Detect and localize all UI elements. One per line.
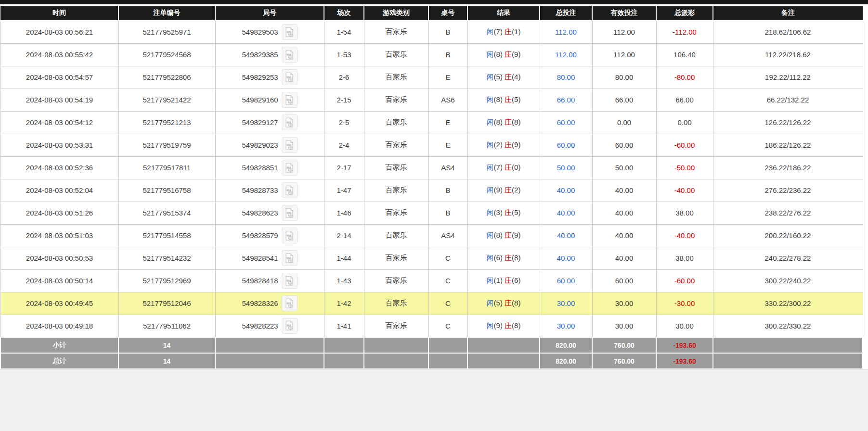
result-player-label: 闲 bbox=[487, 231, 494, 239]
result-player-score: (7) bbox=[494, 27, 503, 36]
round-number-text: 549828223 bbox=[242, 322, 278, 330]
cell-time: 2024-08-03 00:51:26 bbox=[0, 202, 118, 224]
footer-empty bbox=[428, 353, 467, 369]
cell-session: 2-6 bbox=[324, 66, 364, 89]
cell-valid-bet: 30.00 bbox=[592, 315, 656, 337]
cell-round-number: 549828223 bbox=[215, 315, 324, 337]
cell-total-bet: 40.00 bbox=[540, 224, 592, 247]
result-player-score: (5) bbox=[494, 299, 503, 307]
result-player-label: 闲 bbox=[487, 254, 494, 262]
video-file-icon bbox=[284, 117, 295, 128]
result-banker-label: 庄 bbox=[505, 118, 512, 126]
video-replay-button[interactable] bbox=[282, 273, 298, 289]
table-row: 2024-08-03 00:52:04521779516758549828733… bbox=[0, 179, 863, 202]
video-file-icon bbox=[284, 185, 295, 196]
footer-empty bbox=[364, 337, 428, 353]
cell-valid-bet: 60.00 bbox=[592, 269, 656, 292]
video-file-icon bbox=[284, 253, 295, 264]
cell-total-payout: -50.00 bbox=[656, 156, 713, 179]
video-replay-button[interactable] bbox=[282, 182, 298, 198]
cell-result: 闲(5) 庄(4) bbox=[467, 66, 540, 89]
table-row: 2024-08-03 00:50:53521779514232549828541… bbox=[0, 247, 863, 269]
video-replay-button[interactable] bbox=[282, 250, 298, 266]
column-header-2: 局号 bbox=[215, 6, 324, 21]
result-banker-score: (0) bbox=[512, 163, 520, 171]
video-replay-button[interactable] bbox=[282, 137, 298, 153]
cell-round-number: 549829023 bbox=[215, 134, 324, 156]
cell-time: 2024-08-03 00:56:21 bbox=[0, 21, 118, 43]
cell-session: 2-5 bbox=[324, 111, 364, 134]
result-player-label: 闲 bbox=[487, 186, 494, 194]
cell-session: 2-17 bbox=[324, 156, 364, 179]
cell-game-type: 百家乐 bbox=[364, 89, 428, 111]
cell-round-number: 549829160 bbox=[215, 89, 324, 111]
video-replay-button[interactable] bbox=[282, 205, 298, 221]
video-replay-button[interactable] bbox=[282, 318, 298, 334]
cell-game-type: 百家乐 bbox=[364, 43, 428, 66]
cell-game-type: 百家乐 bbox=[364, 224, 428, 247]
cell-table-number: C bbox=[428, 315, 467, 337]
round-number-wrap: 549828418 bbox=[216, 273, 324, 289]
result-banker-score: (8) bbox=[512, 299, 520, 307]
cell-total-payout: -40.00 bbox=[656, 224, 713, 247]
cell-result: 闲(8) 庄(9) bbox=[467, 224, 540, 247]
cell-game-type: 百家乐 bbox=[364, 134, 428, 156]
cell-total-bet: 50.00 bbox=[540, 156, 592, 179]
result-banker-score: (4) bbox=[512, 73, 520, 81]
video-replay-button[interactable] bbox=[282, 160, 298, 176]
video-replay-button[interactable] bbox=[282, 114, 298, 130]
table-row: 2024-08-03 00:54:12521779521213549829127… bbox=[0, 111, 863, 134]
column-header-4: 游戏类别 bbox=[364, 6, 428, 21]
cell-total-payout: -80.00 bbox=[656, 66, 713, 89]
cell-result: 闲(3) 庄(5) bbox=[467, 202, 540, 224]
result-banker-label: 庄 bbox=[505, 276, 512, 284]
table-row: 2024-08-03 00:52:36521779517811549828851… bbox=[0, 156, 863, 179]
cell-total-bet: 30.00 bbox=[540, 315, 592, 337]
cell-game-type: 百家乐 bbox=[364, 202, 428, 224]
round-number-text: 549828579 bbox=[242, 231, 278, 240]
cell-total-bet: 30.00 bbox=[540, 292, 592, 315]
cell-order-number: 521779525971 bbox=[118, 21, 215, 43]
cell-result: 闲(8) 庄(5) bbox=[467, 89, 540, 111]
cell-valid-bet: 30.00 bbox=[592, 292, 656, 315]
cell-valid-bet: 80.00 bbox=[592, 66, 656, 89]
column-header-8: 有效投注 bbox=[592, 6, 656, 21]
bet-records-table: 时间注单编号局号场次游戏类别桌号结果总投注有效投注总派彩备注 2024-08-0… bbox=[0, 6, 863, 369]
cell-time: 2024-08-03 00:53:31 bbox=[0, 134, 118, 156]
footer-total-payout: -193.60 bbox=[656, 353, 713, 369]
cell-total-payout: 106.40 bbox=[656, 43, 713, 66]
video-replay-button[interactable] bbox=[282, 295, 298, 311]
cell-result: 闲(7) 庄(1) bbox=[467, 21, 540, 43]
round-number-text: 549828851 bbox=[242, 164, 278, 172]
column-header-0: 时间 bbox=[0, 6, 118, 21]
cell-round-number: 549829253 bbox=[215, 66, 324, 89]
video-replay-button[interactable] bbox=[282, 47, 298, 63]
result-banker-score: (5) bbox=[512, 208, 520, 216]
cell-order-number: 521779522806 bbox=[118, 66, 215, 89]
video-replay-button[interactable] bbox=[282, 24, 298, 40]
cell-time: 2024-08-03 00:50:53 bbox=[0, 247, 118, 269]
cell-game-type: 百家乐 bbox=[364, 179, 428, 202]
video-replay-button[interactable] bbox=[282, 92, 298, 108]
result-banker-score: (8) bbox=[512, 254, 520, 262]
cell-result: 闲(9) 庄(2) bbox=[467, 179, 540, 202]
cell-total-payout: 38.00 bbox=[656, 247, 713, 269]
video-replay-button[interactable] bbox=[282, 228, 298, 243]
round-number-text: 549829503 bbox=[242, 28, 278, 36]
cell-round-number: 549828733 bbox=[215, 179, 324, 202]
video-file-icon bbox=[284, 163, 295, 173]
cell-order-number: 521779514558 bbox=[118, 224, 215, 247]
cell-round-number: 549828418 bbox=[215, 269, 324, 292]
footer-empty bbox=[324, 337, 364, 353]
cell-table-number: B bbox=[428, 43, 467, 66]
column-header-7: 总投注 bbox=[540, 6, 592, 21]
cell-result: 闲(8) 庄(8) bbox=[467, 111, 540, 134]
cell-round-number: 549829503 bbox=[215, 21, 324, 43]
result-player-score: (6) bbox=[494, 254, 503, 262]
round-number-text: 549828623 bbox=[242, 209, 278, 217]
column-header-5: 桌号 bbox=[428, 6, 467, 21]
cell-result: 闲(9) 庄(8) bbox=[467, 315, 540, 337]
cell-valid-bet: 40.00 bbox=[592, 179, 656, 202]
cell-session: 2-15 bbox=[324, 89, 364, 111]
video-replay-button[interactable] bbox=[282, 69, 298, 85]
